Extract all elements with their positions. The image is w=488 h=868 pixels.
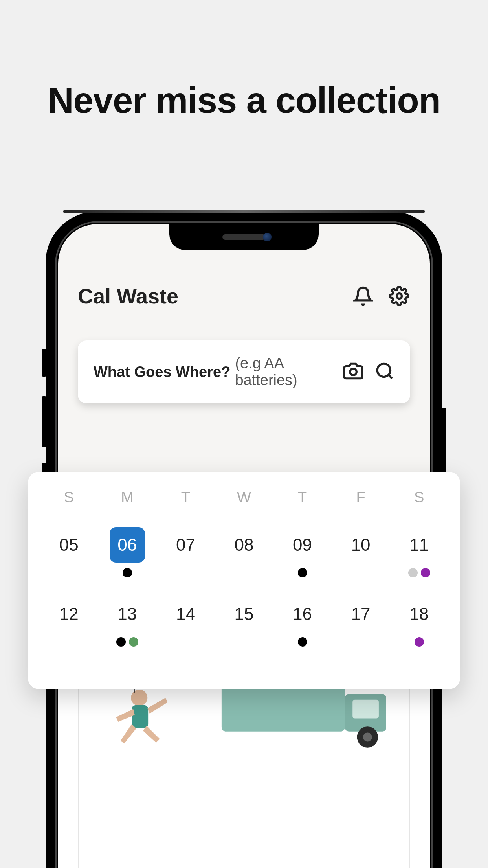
- calendar-day-number: 09: [285, 527, 320, 563]
- calendar-day-number: 08: [226, 527, 262, 563]
- calendar-day-number: 14: [168, 596, 203, 632]
- calendar-day-header: T: [156, 489, 215, 506]
- calendar-day-dots: [298, 568, 307, 577]
- svg-point-0: [397, 294, 402, 299]
- calendar-day-number: 10: [343, 527, 378, 563]
- calendar-day-header: T: [273, 489, 332, 506]
- page-headline: Never miss a collection: [0, 0, 488, 122]
- bell-icon: [353, 286, 373, 306]
- calendar-day[interactable]: 10: [332, 527, 390, 577]
- search-icon: [375, 361, 394, 381]
- calendar-day-header: M: [98, 489, 157, 506]
- calendar-day-number: 18: [402, 596, 437, 632]
- calendar-day-header: S: [390, 489, 448, 506]
- event-dot: [298, 568, 307, 577]
- svg-point-9: [363, 733, 372, 742]
- calendar-day[interactable]: 09: [273, 527, 332, 577]
- calendar-day[interactable]: 07: [156, 527, 215, 577]
- camera-button[interactable]: [343, 361, 363, 383]
- calendar-day[interactable]: 13: [98, 596, 157, 647]
- calendar-day[interactable]: 12: [40, 596, 98, 647]
- svg-rect-7: [352, 700, 379, 719]
- svg-point-2: [377, 364, 390, 377]
- svg-point-1: [350, 369, 357, 375]
- calendar-day-number: 07: [168, 527, 203, 563]
- calendar-day-number: 15: [226, 596, 262, 632]
- calendar-day[interactable]: 17: [332, 596, 390, 647]
- svg-point-11: [131, 690, 147, 706]
- calendar-day-header: F: [332, 489, 390, 506]
- phone-silent-switch: [42, 349, 46, 377]
- calendar-day[interactable]: 14: [156, 596, 215, 647]
- calendar-day[interactable]: 05: [40, 527, 98, 577]
- calendar-day-number: 05: [51, 527, 86, 563]
- notifications-button[interactable]: [352, 285, 374, 307]
- app-title: Cal Waste: [78, 284, 178, 308]
- phone-front-camera: [263, 233, 272, 241]
- search-card[interactable]: What Goes Where? (e.g AA batteries): [78, 340, 410, 403]
- calendar-day-number: 06: [110, 527, 145, 563]
- phone-notch: [169, 224, 319, 250]
- calendar-day-number: 11: [402, 527, 437, 563]
- settings-button[interactable]: [388, 285, 410, 307]
- event-dot: [298, 637, 307, 647]
- calendar-day-header: W: [215, 489, 273, 506]
- calendar-card: SMTWTFS 0506070809101112131415161718: [28, 472, 460, 689]
- search-placeholder: (e.g AA batteries): [235, 355, 339, 389]
- calendar-day-number: 12: [51, 596, 86, 632]
- calendar-day[interactable]: 16: [273, 596, 332, 647]
- phone-volume-up: [42, 396, 46, 447]
- calendar-day-dots: [123, 568, 132, 577]
- event-dot: [415, 637, 424, 647]
- phone-speaker: [222, 234, 266, 240]
- search-label: What Goes Where?: [94, 364, 230, 381]
- svg-rect-12: [132, 705, 148, 728]
- calendar-day[interactable]: 08: [215, 527, 273, 577]
- calendar-day[interactable]: 11: [390, 527, 448, 577]
- svg-line-3: [389, 375, 392, 379]
- event-dot: [116, 637, 126, 647]
- event-dot: [421, 568, 430, 577]
- calendar-day-dots: [408, 568, 430, 577]
- camera-icon: [343, 361, 363, 381]
- calendar-day-dots: [415, 637, 424, 647]
- event-dot: [123, 568, 132, 577]
- calendar-day-number: 13: [110, 596, 145, 632]
- calendar-day[interactable]: 06: [98, 527, 157, 577]
- calendar-day-dots: [298, 637, 307, 647]
- calendar-day-number: 17: [343, 596, 378, 632]
- calendar-day-number: 16: [285, 596, 320, 632]
- calendar-day[interactable]: 15: [215, 596, 273, 647]
- search-button[interactable]: [375, 361, 394, 383]
- gear-icon: [389, 286, 409, 306]
- calendar-day[interactable]: 18: [390, 596, 448, 647]
- calendar-day-header: S: [40, 489, 98, 506]
- calendar-day-dots: [116, 637, 138, 647]
- event-dot: [129, 637, 138, 647]
- event-dot: [408, 568, 418, 577]
